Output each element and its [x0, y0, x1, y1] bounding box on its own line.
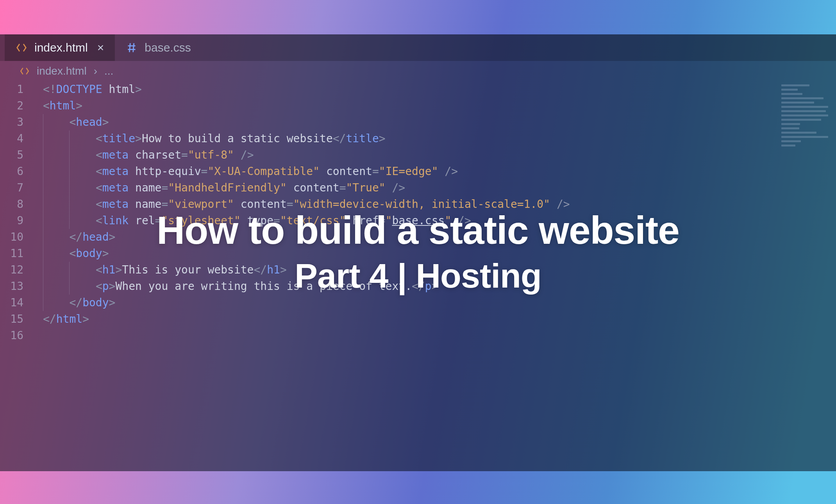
- code-line: 13 <p>When you are writing this is a pie…: [0, 278, 836, 295]
- line-number: 16: [0, 327, 35, 344]
- code-content: <meta charset="utf-8" />: [35, 147, 254, 163]
- code-icon: [16, 42, 27, 54]
- code-content: <h1>This is your website</h1>: [35, 262, 287, 278]
- line-number: 15: [0, 311, 35, 327]
- tab-label: base.css: [145, 41, 191, 54]
- code-line: 3 <head>: [0, 114, 836, 130]
- line-number: 4: [0, 130, 35, 147]
- code-content: <meta name="HandheldFriendly" content="T…: [35, 180, 405, 196]
- line-number: 14: [0, 295, 35, 311]
- code-content: <!DOCTYPE html>: [35, 81, 142, 98]
- hash-icon: [126, 42, 138, 54]
- code-content: <title>How to build a static website</ti…: [35, 130, 386, 147]
- code-line: 6 <meta http-equiv="X-UA-Compatible" con…: [0, 163, 836, 180]
- code-content: <head>: [35, 114, 109, 130]
- code-line: 15</html>: [0, 311, 836, 327]
- code-line: 7 <meta name="HandheldFriendly" content=…: [0, 180, 836, 196]
- breadcrumb-file: index.html: [37, 65, 87, 77]
- code-content: <meta http-equiv="X-UA-Compatible" conte…: [35, 163, 458, 180]
- tab-bar: index.html×base.css: [0, 34, 836, 61]
- code-line: 2<html>: [0, 98, 836, 114]
- code-content: </html>: [35, 311, 89, 327]
- line-number: 9: [0, 213, 35, 229]
- line-number: 7: [0, 180, 35, 196]
- line-number: 2: [0, 98, 35, 114]
- code-line: 12 <h1>This is your website</h1>: [0, 262, 836, 278]
- code-line: 9 <link rel="stylesheet" type="text/css"…: [0, 213, 836, 229]
- code-icon: [20, 66, 30, 76]
- code-line: 16: [0, 327, 836, 344]
- breadcrumb-separator: ›: [94, 65, 97, 77]
- code-area[interactable]: 1<!DOCTYPE html>2<html>3 <head>4 <title>…: [0, 81, 836, 344]
- code-content: <link rel="stylesheet" type="text/css" h…: [35, 213, 471, 229]
- line-number: 11: [0, 245, 35, 262]
- code-content: <html>: [35, 98, 82, 114]
- breadcrumb-tail: ...: [104, 65, 113, 77]
- code-line: 8 <meta name="viewport" content="width=d…: [0, 196, 836, 213]
- code-line: 4 <title>How to build a static website</…: [0, 130, 836, 147]
- tab-index-html[interactable]: index.html×: [5, 34, 115, 61]
- line-number: 3: [0, 114, 35, 130]
- line-number: 6: [0, 163, 35, 180]
- code-line: 5 <meta charset="utf-8" />: [0, 147, 836, 163]
- code-line: 10 </head>: [0, 229, 836, 245]
- editor-window: index.html×base.css index.html › ... 1<!…: [0, 34, 836, 471]
- code-line: 14 </body>: [0, 295, 836, 311]
- line-number: 10: [0, 229, 35, 245]
- code-content: <p>When you are writing this is a piece …: [35, 278, 438, 295]
- tab-base-css[interactable]: base.css: [115, 34, 202, 61]
- line-number: 13: [0, 278, 35, 295]
- code-line: 11 <body>: [0, 245, 836, 262]
- code-content: <body>: [35, 245, 109, 262]
- close-icon[interactable]: ×: [97, 42, 104, 54]
- code-content: </head>: [35, 229, 115, 245]
- line-number: 5: [0, 147, 35, 163]
- line-number: 12: [0, 262, 35, 278]
- line-number: 8: [0, 196, 35, 213]
- tab-label: index.html: [34, 41, 88, 54]
- code-content: </body>: [35, 295, 115, 311]
- line-number: 1: [0, 81, 35, 98]
- breadcrumb: index.html › ...: [0, 61, 836, 81]
- code-content: <meta name="viewport" content="width=dev…: [35, 196, 570, 213]
- code-line: 1<!DOCTYPE html>: [0, 81, 836, 98]
